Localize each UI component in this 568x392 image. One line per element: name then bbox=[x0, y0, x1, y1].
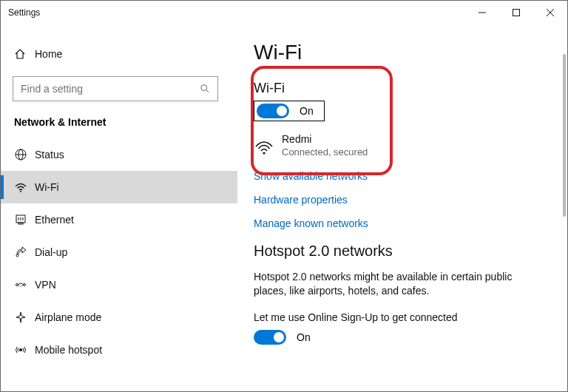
search-input-field[interactable] bbox=[21, 83, 191, 95]
search-icon bbox=[200, 84, 210, 94]
window-controls bbox=[465, 1, 567, 24]
sidebar-item-label: Wi-Fi bbox=[35, 181, 59, 193]
svg-point-9 bbox=[20, 191, 21, 192]
sidebar-item-hotspot[interactable]: Mobile hotspot bbox=[1, 334, 237, 366]
scrollbar[interactable] bbox=[563, 54, 566, 217]
svg-point-19 bbox=[263, 152, 265, 154]
svg-line-5 bbox=[206, 90, 209, 93]
osu-toggle-row: On bbox=[254, 330, 552, 345]
sidebar-home-label: Home bbox=[35, 48, 62, 60]
vpn-icon bbox=[14, 278, 35, 291]
svg-point-15 bbox=[16, 254, 18, 257]
wifi-toggle-focus-box: On bbox=[254, 101, 325, 121]
content-pane: Wi-Fi Wi-Fi On Redmi Connected, secured … bbox=[237, 24, 567, 391]
sidebar-item-label: Ethernet bbox=[35, 214, 74, 226]
wifi-icon bbox=[14, 180, 35, 194]
sidebar-item-label: Airplane mode bbox=[35, 311, 101, 323]
svg-point-17 bbox=[24, 284, 26, 286]
ethernet-icon bbox=[14, 213, 35, 226]
dialup-icon bbox=[14, 246, 35, 259]
hotspot-icon bbox=[14, 343, 35, 356]
maximize-button[interactable] bbox=[499, 1, 533, 24]
titlebar: Settings bbox=[1, 1, 567, 24]
link-show-networks[interactable]: Show available networks bbox=[254, 170, 552, 182]
hotspot-osu-label: Let me use Online Sign-Up to get connect… bbox=[254, 311, 520, 325]
sidebar-item-wifi[interactable]: Wi-Fi bbox=[1, 171, 237, 203]
svg-point-4 bbox=[201, 85, 207, 91]
status-icon bbox=[14, 148, 35, 161]
current-network[interactable]: Redmi Connected, secured bbox=[254, 133, 552, 158]
link-manage-known[interactable]: Manage known networks bbox=[254, 217, 552, 229]
sidebar-item-label: Status bbox=[35, 149, 64, 160]
svg-point-16 bbox=[16, 284, 18, 286]
svg-rect-11 bbox=[18, 223, 23, 224]
close-button[interactable] bbox=[533, 1, 567, 24]
network-status: Connected, secured bbox=[282, 146, 368, 158]
hotspot-section-title: Hotspot 2.0 networks bbox=[254, 243, 552, 260]
network-name: Redmi bbox=[282, 133, 368, 146]
link-hardware-properties[interactable]: Hardware properties bbox=[254, 194, 552, 206]
wifi-toggle-row: On bbox=[254, 101, 552, 121]
svg-point-18 bbox=[19, 348, 22, 351]
sidebar: Home Network & Internet Status Wi-Fi bbox=[1, 24, 237, 391]
wifi-signal-icon bbox=[254, 135, 282, 156]
wifi-section-title: Wi-Fi bbox=[254, 81, 552, 96]
hotspot-description: Hotspot 2.0 networks might be available … bbox=[254, 270, 520, 299]
wifi-toggle[interactable] bbox=[257, 104, 289, 118]
sidebar-item-label: Mobile hotspot bbox=[35, 344, 102, 356]
sidebar-item-vpn[interactable]: VPN bbox=[1, 268, 237, 301]
wifi-toggle-label: On bbox=[300, 105, 314, 117]
sidebar-item-label: Dial-up bbox=[35, 246, 67, 258]
search-row bbox=[1, 70, 237, 115]
search-input[interactable] bbox=[13, 76, 218, 101]
page-title: Wi-Fi bbox=[254, 41, 552, 64]
svg-rect-1 bbox=[513, 10, 520, 16]
sidebar-home[interactable]: Home bbox=[1, 38, 237, 70]
sidebar-item-airplane[interactable]: Airplane mode bbox=[1, 301, 237, 334]
sidebar-item-status[interactable]: Status bbox=[1, 138, 237, 171]
airplane-icon bbox=[14, 311, 35, 324]
osu-toggle-label: On bbox=[297, 331, 311, 343]
sidebar-category: Network & Internet bbox=[1, 115, 237, 138]
home-icon bbox=[14, 48, 35, 60]
sidebar-item-label: VPN bbox=[35, 279, 56, 291]
sidebar-item-dialup[interactable]: Dial-up bbox=[1, 236, 237, 268]
minimize-button[interactable] bbox=[465, 1, 499, 24]
sidebar-item-ethernet[interactable]: Ethernet bbox=[1, 203, 237, 236]
window-title: Settings bbox=[8, 7, 40, 18]
osu-toggle[interactable] bbox=[254, 330, 286, 345]
